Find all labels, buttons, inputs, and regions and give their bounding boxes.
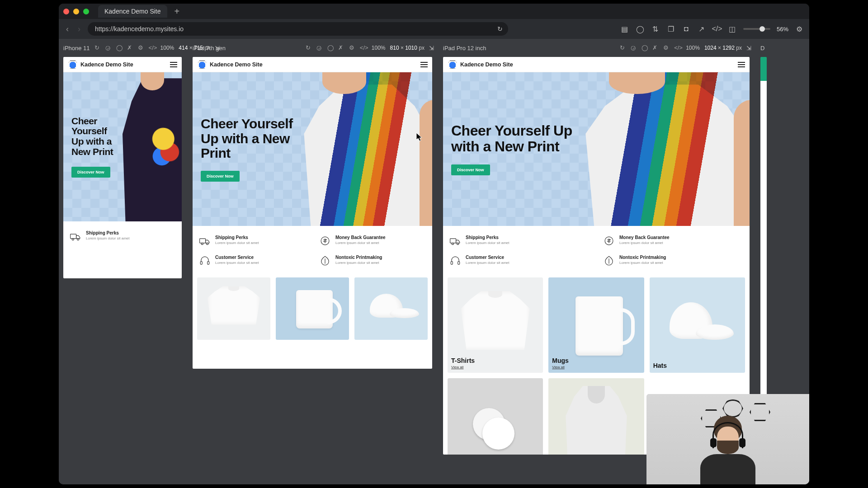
expand-icon[interactable]: ⇲ xyxy=(429,45,434,52)
hat-mockup-icon xyxy=(659,302,736,348)
site-logo[interactable]: Kadence Demo Site xyxy=(197,60,263,70)
menu-button[interactable] xyxy=(170,62,177,67)
rotate-icon[interactable]: ↻ xyxy=(620,44,627,52)
hero-section: Cheer Yourself Up with a New Print Disco… xyxy=(193,72,432,226)
category-card[interactable] xyxy=(276,277,349,340)
reload-icon[interactable]: ↻ xyxy=(497,25,503,33)
rotate-icon[interactable]: ↻ xyxy=(94,44,102,52)
tune-icon[interactable]: ⚙ xyxy=(663,44,670,52)
crop-icon[interactable]: ✗ xyxy=(652,44,660,52)
view-all-link[interactable]: View all xyxy=(552,365,640,369)
feature-subtitle: Lorem ipsum dolor sit amet xyxy=(466,241,509,245)
category-title: T-Shirts xyxy=(451,357,539,364)
category-card[interactable] xyxy=(197,277,270,340)
expand-icon[interactable]: ⇲ xyxy=(746,45,751,52)
crop-icon[interactable]: ✗ xyxy=(127,44,134,52)
category-title: Hats xyxy=(653,362,741,369)
site-name: Kadence Demo Site xyxy=(210,61,263,68)
devtools-icon[interactable]: </> xyxy=(149,44,156,52)
code-icon[interactable]: </> xyxy=(712,24,722,33)
pin-mockup-icon xyxy=(468,399,522,453)
panel-icon[interactable]: ◫ xyxy=(728,24,737,33)
hero-title: Cheer Yourself Up with a New Print xyxy=(201,117,307,160)
viewport-ipad-7th-gen[interactable]: Kadence Demo Site Cheer Yourself Up with… xyxy=(193,57,432,369)
discover-now-button[interactable]: Discover Now xyxy=(201,171,240,182)
category-card[interactable] xyxy=(448,378,543,455)
responsive-icon[interactable]: ▤ xyxy=(620,24,629,33)
discover-now-button[interactable]: Discover Now xyxy=(451,164,490,175)
devtools-icon[interactable]: </> xyxy=(360,44,367,52)
features-section: Shipping Perks Lorem ipsum dolor sit ame… xyxy=(443,226,750,273)
device-dimensions: 100% 1024 × 1292 px xyxy=(686,45,742,51)
category-card-hats[interactable]: Hats xyxy=(650,277,745,373)
camera-icon[interactable]: ◘ xyxy=(682,24,691,33)
sync-icon[interactable]: ⇅ xyxy=(651,24,660,33)
discover-now-button[interactable]: Discover Now xyxy=(71,167,110,178)
presenter-avatar xyxy=(689,411,766,484)
svg-rect-8 xyxy=(208,262,209,265)
rotate-icon[interactable]: ↻ xyxy=(306,44,313,52)
zoom-slider[interactable] xyxy=(743,28,770,30)
site-header: Kadence Demo Site xyxy=(443,57,750,72)
screenshot-icon[interactable]: ◶ xyxy=(631,44,638,52)
tune-icon[interactable]: ⚙ xyxy=(138,44,145,52)
feature-item: Nontoxic Printmaking Lorem ipsum dolor s… xyxy=(603,252,743,269)
maximize-icon[interactable] xyxy=(83,9,89,14)
screenshot-icon[interactable]: ◶ xyxy=(316,44,324,52)
forward-button[interactable]: › xyxy=(76,24,82,34)
image-icon[interactable]: ◯ xyxy=(642,44,649,52)
feature-title: Shipping Perks xyxy=(86,230,129,235)
logo-icon xyxy=(68,60,78,70)
feature-subtitle: Lorem ipsum dolor sit amet xyxy=(619,261,666,265)
view-all-link[interactable]: View all xyxy=(451,365,539,369)
image-icon[interactable]: ◯ xyxy=(116,44,123,52)
svg-rect-0 xyxy=(71,234,76,239)
device-toolbar: iPad Pro 12 inch ↻ ◶ ◯ ✗ ⚙ </> 100% 1024… xyxy=(439,39,756,57)
close-icon[interactable] xyxy=(63,9,69,14)
device-name[interactable]: D xyxy=(760,45,764,52)
window-controls xyxy=(63,9,89,14)
feature-title: Nontoxic Printmaking xyxy=(619,255,666,260)
crop-icon[interactable]: ✗ xyxy=(338,44,345,52)
feature-item: Shipping Perks Lorem ipsum dolor sit ame… xyxy=(199,232,306,249)
category-card-tshirts[interactable]: T-Shirts View all xyxy=(448,277,543,373)
menu-button[interactable] xyxy=(420,62,428,67)
device-name[interactable]: iPad Pro 12 inch xyxy=(443,45,486,52)
feature-title: Shipping Perks xyxy=(215,235,259,240)
category-card[interactable] xyxy=(354,277,428,340)
refund-icon xyxy=(603,235,615,247)
screenshot-icon[interactable]: ◶ xyxy=(105,44,113,52)
devtools-icon[interactable]: </> xyxy=(674,44,681,52)
site-logo[interactable]: Kadence Demo Site xyxy=(68,60,133,70)
device-name[interactable]: iPad 7th gen xyxy=(193,45,226,52)
site-name: Kadence Demo Site xyxy=(80,61,133,68)
device-toolbar: iPad 7th gen ↻ ◶ ◯ ✗ ⚙ </> 100% 810 × 10… xyxy=(188,39,439,57)
tab-title: Kadence Demo Site xyxy=(104,8,161,15)
filter-icon[interactable]: ◯ xyxy=(636,24,645,33)
settings-icon[interactable]: ⚙ xyxy=(795,24,804,33)
svg-rect-7 xyxy=(200,262,202,265)
device-name[interactable]: iPhone 11 xyxy=(63,45,90,52)
site-logo[interactable]: Kadence Demo Site xyxy=(448,60,513,70)
image-icon[interactable]: ◯ xyxy=(327,44,335,52)
svg-rect-9 xyxy=(450,239,456,243)
share-icon[interactable]: ↗ xyxy=(697,24,706,33)
features-section: Shipping Perks Lorem ipsum dolor sit ame… xyxy=(193,226,432,273)
feature-subtitle: Lorem ipsum dolor sit amet xyxy=(335,241,386,245)
hero-section: Cheer Yourself Up with a New Print Disco… xyxy=(63,72,182,221)
back-button[interactable]: ‹ xyxy=(64,24,71,34)
feature-item: Nontoxic Printmaking Lorem ipsum dolor s… xyxy=(319,252,426,269)
browser-tab[interactable]: Kadence Demo Site xyxy=(98,5,167,18)
tune-icon[interactable]: ⚙ xyxy=(349,44,356,52)
menu-button[interactable] xyxy=(738,62,745,67)
category-card[interactable] xyxy=(548,378,644,455)
category-card-mugs[interactable]: Mugs View all xyxy=(548,277,644,373)
address-field[interactable]: https://kadencedemo.mysites.io ↻ xyxy=(88,22,508,36)
url-bar: ‹ › https://kadencedemo.mysites.io ↻ ▤ ◯… xyxy=(59,19,809,39)
tshirt-mockup-icon xyxy=(208,286,260,324)
layers-icon[interactable]: ❐ xyxy=(666,24,675,33)
viewport-iphone-11[interactable]: Kadence Demo Site Cheer Yourself Up with… xyxy=(63,57,182,278)
mouse-cursor-icon xyxy=(416,132,422,141)
minimize-icon[interactable] xyxy=(73,9,79,14)
new-tab-button[interactable]: + xyxy=(172,6,183,17)
